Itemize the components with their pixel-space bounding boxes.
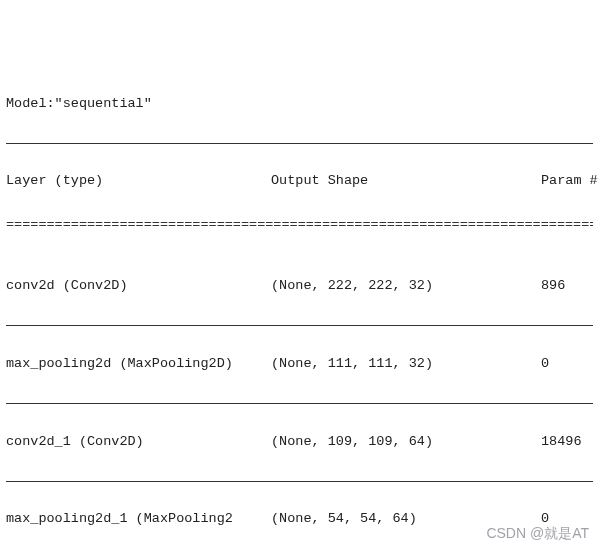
watermark: CSDN @就是AT	[486, 523, 589, 545]
row-div	[6, 403, 593, 405]
cell-params: 0	[541, 354, 593, 375]
table-row: conv2d_1 (Conv2D)(None, 109, 109, 64)184…	[6, 432, 593, 453]
model-line-label: Model:	[6, 94, 55, 115]
row-div	[6, 325, 593, 327]
col-layer: Layer (type)	[6, 171, 271, 192]
cell-layer: conv2d (Conv2D)	[6, 276, 271, 297]
table-row: max_pooling2d (MaxPooling2D)(None, 111, …	[6, 354, 593, 375]
model-line: Model: "sequential"	[6, 94, 593, 115]
cell-shape: (None, 111, 111, 32)	[271, 354, 541, 375]
rule-double-1: ========================================…	[6, 215, 593, 230]
model-name: "sequential"	[55, 94, 152, 115]
column-headers: Layer (type)Output ShapeParam #	[6, 171, 593, 192]
col-param: Param #	[541, 171, 598, 192]
col-output-shape: Output Shape	[271, 171, 541, 192]
cell-shape: (None, 222, 222, 32)	[271, 276, 541, 297]
cell-shape: (None, 109, 109, 64)	[271, 432, 541, 453]
cell-params: 18496	[541, 432, 593, 453]
cell-layer: max_pooling2d_1 (MaxPooling2	[6, 509, 271, 530]
cell-params: 896	[541, 276, 593, 297]
cell-layer: conv2d_1 (Conv2D)	[6, 432, 271, 453]
cell-layer: max_pooling2d (MaxPooling2D)	[6, 354, 271, 375]
table-row: conv2d (Conv2D)(None, 222, 222, 32)896	[6, 276, 593, 297]
div-top	[6, 143, 593, 145]
row-div	[6, 481, 593, 483]
